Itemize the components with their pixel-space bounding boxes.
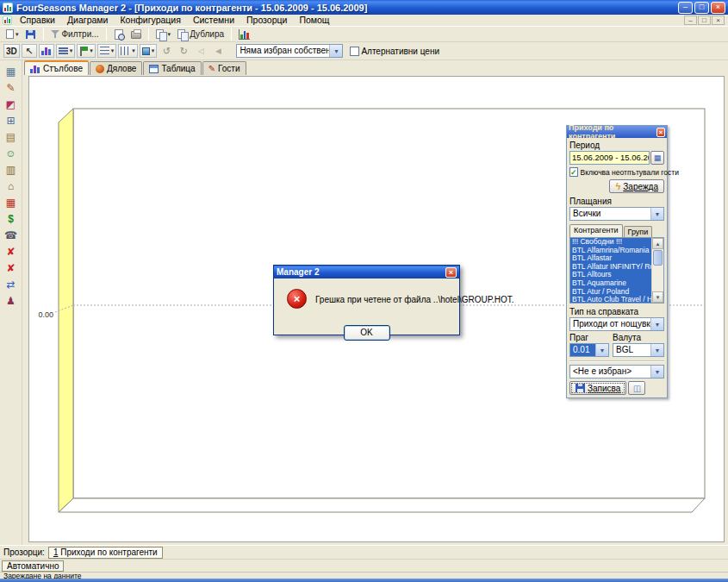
chevron-down-icon[interactable]: ▾ <box>111 47 115 54</box>
panel-title-bar[interactable]: Приходи по контрагенти × <box>567 126 667 138</box>
chevron-down-icon[interactable]: ▾ <box>16 31 19 38</box>
owner-combobox[interactable]: Няма избран собственици ▼ <box>236 44 343 58</box>
restore-icon[interactable]: □ <box>694 2 709 14</box>
automatic-button[interactable]: Автоматично <box>2 560 64 572</box>
alt-prices-checkbox[interactable] <box>350 47 359 56</box>
transfer-icon[interactable]: ⇄ <box>3 276 20 292</box>
bar-style-button[interactable] <box>39 44 54 58</box>
mdi-close-icon[interactable]: × <box>712 16 725 25</box>
menu-windows[interactable]: Прозорци <box>240 15 293 26</box>
chevron-down-icon[interactable]: ▾ <box>132 47 135 54</box>
chevron-down-icon[interactable]: ▾ <box>90 47 93 54</box>
documents-icon[interactable]: ▤ <box>3 128 20 145</box>
mdi-restore-icon[interactable]: □ <box>698 16 711 25</box>
list-scrollbar[interactable]: ▲ ▼ <box>651 238 663 303</box>
sound-off-button[interactable]: ◁ <box>193 44 208 58</box>
table-view-button[interactable]: ◫ <box>628 381 645 395</box>
duplicate-button[interactable]: Дублира <box>175 27 227 41</box>
period-field[interactable]: 15.06.2009 - 15.06.2009 <box>569 151 650 165</box>
minimize-icon[interactable]: – <box>678 2 693 14</box>
tab-guests[interactable]: ✎Гости <box>202 61 246 75</box>
pointer-tool-button[interactable]: ↖ <box>22 44 37 58</box>
rotate-cw-button[interactable]: ↻ <box>176 44 191 58</box>
toggle-3d-button[interactable]: 3D <box>3 44 20 58</box>
combo-arrow-icon[interactable]: ▼ <box>650 208 663 220</box>
report-type-combobox[interactable]: Приходи от нощувки ▼ <box>569 317 664 331</box>
error-dialog-close-icon[interactable]: × <box>445 267 457 278</box>
vertical-grid-button[interactable]: ▾ <box>118 44 138 58</box>
void-payment-icon[interactable]: ✘ <box>3 260 20 276</box>
reports-chart-icon[interactable]: ◩ <box>3 96 20 112</box>
chevron-down-icon[interactable]: ▾ <box>168 31 171 38</box>
combo-arrow-icon[interactable]: ▼ <box>650 366 663 378</box>
scrollbar-thumb[interactable] <box>653 250 663 266</box>
list-item[interactable]: BTL Alfastar <box>570 254 651 263</box>
guests-icon[interactable]: ☺ <box>3 145 20 161</box>
scroll-up-icon[interactable]: ▲ <box>652 238 663 249</box>
tab-bars[interactable]: Стълбове <box>24 60 89 75</box>
horizontal-grid-button[interactable]: ▾ <box>97 44 117 58</box>
ok-button[interactable]: OK <box>344 325 390 341</box>
room-plan-icon[interactable]: ▦ <box>3 63 20 79</box>
combo-arrow-icon[interactable]: ▼ <box>650 344 663 356</box>
depth-button[interactable]: ▾ <box>140 44 158 58</box>
phone-icon[interactable]: ☎ <box>3 227 20 243</box>
owner-select-combobox[interactable]: <Не е избран> ▼ <box>569 365 664 379</box>
combo-arrow-icon[interactable]: ▼ <box>595 344 608 356</box>
cancel-sale-icon[interactable]: ✘ <box>3 243 20 260</box>
filters-button[interactable]: Филтри... <box>48 27 102 41</box>
payments-combobox[interactable]: Всички ▼ <box>569 207 664 221</box>
menu-reports[interactable]: Справки <box>14 15 61 26</box>
labels-button[interactable]: ▾ <box>77 44 96 58</box>
tab-groups[interactable]: Групи <box>624 226 653 237</box>
currency-combobox[interactable]: BGL ▼ <box>613 343 664 357</box>
rates-table-icon[interactable]: ▦ <box>3 194 20 210</box>
list-item[interactable]: BTL Atur / Poland <box>570 288 651 297</box>
print-preview-button[interactable] <box>111 27 127 41</box>
list-item[interactable]: BTL Alltours <box>570 271 651 279</box>
hotel-icon[interactable]: ⌂ <box>3 178 20 194</box>
save-button[interactable] <box>23 27 39 41</box>
close-icon[interactable]: × <box>711 2 725 14</box>
calendar-button[interactable]: ▦ <box>650 151 664 165</box>
mdi-minimize-icon[interactable]: – <box>684 16 697 25</box>
menu-diagrams[interactable]: Диаграми <box>61 15 114 26</box>
include-guests-checkbox[interactable]: ✓ <box>569 167 578 177</box>
cash-folder-icon[interactable]: ▥ <box>3 161 20 178</box>
panel-close-icon[interactable]: × <box>656 128 665 137</box>
tab-pie[interactable]: Дялове <box>90 61 142 75</box>
chart-button[interactable] <box>236 27 252 41</box>
copy-button[interactable]: ▾ <box>153 27 174 41</box>
menu-configuration[interactable]: Конфигурация <box>114 15 186 26</box>
calculator-icon[interactable]: ⊞ <box>3 112 20 128</box>
menu-system[interactable]: Системни <box>187 15 240 26</box>
legend-button[interactable]: ▾ <box>56 44 76 58</box>
threshold-combobox[interactable]: 0.01 ▼ <box>569 343 609 357</box>
chevron-down-icon[interactable]: ▾ <box>70 47 73 54</box>
window-tab-button[interactable]: 1 Приходи по контрагенти <box>48 547 163 559</box>
combo-arrow-icon[interactable]: ▼ <box>329 45 342 57</box>
chevron-down-icon[interactable]: ▾ <box>152 47 155 54</box>
load-button[interactable]: ϟЗарежда <box>609 179 664 193</box>
rotate-ccw-button[interactable]: ↺ <box>159 44 174 58</box>
reservations-icon[interactable]: ✎ <box>3 79 20 96</box>
save-report-button[interactable]: Записва <box>569 381 626 395</box>
scroll-down-icon[interactable]: ▼ <box>652 291 663 303</box>
alt-prices-label: Алтернативни цени <box>361 47 439 56</box>
save-icon <box>576 384 585 392</box>
list-item[interactable]: BTL Alfatur INFINITY/ Romani <box>570 263 651 272</box>
list-item[interactable]: BTL Auto Club Travel / Hunga <box>570 296 651 303</box>
error-dialog-title-bar[interactable]: Manager 2 × <box>274 266 459 278</box>
payments-icon[interactable]: $ <box>3 210 20 227</box>
list-item[interactable]: BTL Aquamarine <box>570 279 651 288</box>
menu-help[interactable]: Помощ <box>293 15 335 26</box>
new-report-button[interactable]: ▾ <box>3 27 22 41</box>
tab-table[interactable]: Таблица <box>143 61 201 75</box>
tab-counterparties[interactable]: Контрагенти <box>569 224 623 237</box>
combo-arrow-icon[interactable]: ▼ <box>650 318 663 330</box>
guest-stats-icon[interactable]: ♟ <box>3 292 20 309</box>
list-item[interactable]: !!! Свободни !!! <box>570 238 651 247</box>
print-button[interactable] <box>128 27 144 41</box>
list-item[interactable]: BTL Alfamrina/Romania <box>570 247 651 255</box>
sound-on-button[interactable]: ◀ <box>210 44 226 58</box>
